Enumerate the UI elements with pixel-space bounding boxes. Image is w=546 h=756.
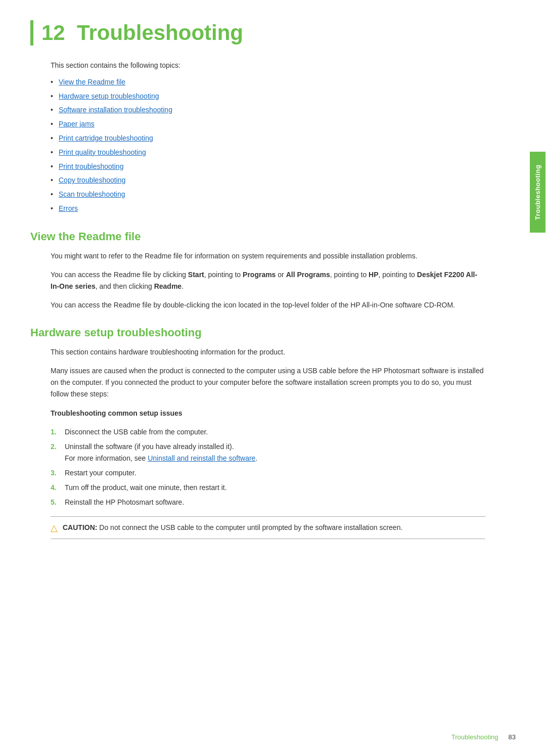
step-number: 2. bbox=[51, 441, 63, 464]
topic-item[interactable]: Print quality troubleshooting bbox=[51, 147, 485, 159]
section1-para2: You can access the Readme file by clicki… bbox=[51, 269, 485, 292]
section1-heading: View the Readme file bbox=[30, 230, 485, 243]
step-number: 1. bbox=[51, 426, 63, 438]
footer: Troubleshooting 83 bbox=[451, 733, 516, 741]
section2-para1: This section contains hardware troublesh… bbox=[51, 346, 485, 358]
topic-link[interactable]: Software installation troubleshooting bbox=[59, 106, 172, 114]
step-text: Reinstall the HP Photosmart software. bbox=[65, 497, 485, 508]
step-text: Turn off the product, wait one minute, t… bbox=[65, 482, 485, 494]
topic-link[interactable]: Scan troubleshooting bbox=[59, 190, 125, 198]
topic-item[interactable]: View the Readme file bbox=[51, 76, 485, 88]
step-item: 2.Uninstall the software (if you have al… bbox=[51, 441, 485, 464]
topic-item[interactable]: Paper jams bbox=[51, 118, 485, 130]
side-tab[interactable]: Troubleshooting bbox=[530, 152, 546, 233]
topic-item[interactable]: Scan troubleshooting bbox=[51, 189, 485, 201]
step-number: 4. bbox=[51, 482, 63, 494]
section1-para1: You might want to refer to the Readme fi… bbox=[51, 250, 485, 262]
intro-text: This section contains the following topi… bbox=[51, 60, 485, 71]
section2-para2: Many issues are caused when the product … bbox=[51, 365, 485, 400]
section2-heading: Hardware setup troubleshooting bbox=[30, 326, 485, 339]
steps-list: 1.Disconnect the USB cable from the comp… bbox=[51, 426, 485, 509]
topic-link[interactable]: Copy troubleshooting bbox=[59, 176, 125, 184]
caution-box: △ CAUTION: Do not connect the USB cable … bbox=[51, 516, 485, 539]
step-text: Uninstall the software (if you have alre… bbox=[65, 441, 485, 464]
step-item: 1.Disconnect the USB cable from the comp… bbox=[51, 426, 485, 438]
topic-link[interactable]: Paper jams bbox=[59, 120, 95, 128]
step-text: Disconnect the USB cable from the comput… bbox=[65, 426, 485, 438]
section1-para3: You can access the Readme file by double… bbox=[51, 299, 485, 311]
topic-item[interactable]: Print cartridge troubleshooting bbox=[51, 132, 485, 145]
step-item: 3.Restart your computer. bbox=[51, 467, 485, 479]
side-tab-label: Troubleshooting bbox=[534, 164, 541, 219]
topic-item[interactable]: Print troubleshooting bbox=[51, 161, 485, 173]
step-link[interactable]: Uninstall and reinstall the software bbox=[148, 454, 255, 462]
section1-content: You might want to refer to the Readme fi… bbox=[51, 250, 485, 311]
step-text: Restart your computer. bbox=[65, 467, 485, 479]
caution-text: CAUTION: Do not connect the USB cable to… bbox=[63, 522, 402, 533]
chapter-title: 12 Troubleshooting bbox=[30, 20, 485, 46]
section2-content: This section contains hardware troublesh… bbox=[51, 346, 485, 539]
footer-page: 83 bbox=[509, 733, 516, 741]
topic-item[interactable]: Software installation troubleshooting bbox=[51, 104, 485, 116]
topic-link[interactable]: Hardware setup troubleshooting bbox=[59, 92, 159, 100]
step-number: 5. bbox=[51, 497, 63, 508]
subsection-title: Troubleshooting common setup issues bbox=[51, 408, 485, 419]
footer-label: Troubleshooting bbox=[451, 733, 498, 741]
topic-link[interactable]: View the Readme file bbox=[59, 78, 125, 86]
topic-item[interactable]: Errors bbox=[51, 203, 485, 215]
topic-item[interactable]: Copy troubleshooting bbox=[51, 174, 485, 187]
topics-list: View the Readme fileHardware setup troub… bbox=[51, 76, 485, 215]
step-number: 3. bbox=[51, 467, 63, 479]
step-item: 4.Turn off the product, wait one minute,… bbox=[51, 482, 485, 494]
topic-item[interactable]: Hardware setup troubleshooting bbox=[51, 91, 485, 103]
topic-link[interactable]: Print troubleshooting bbox=[59, 162, 123, 170]
topic-link[interactable]: Print cartridge troubleshooting bbox=[59, 134, 153, 142]
step-item: 5.Reinstall the HP Photosmart software. bbox=[51, 497, 485, 508]
topic-link[interactable]: Print quality troubleshooting bbox=[59, 148, 146, 156]
caution-icon: △ bbox=[51, 522, 58, 533]
topic-link[interactable]: Errors bbox=[59, 204, 78, 212]
